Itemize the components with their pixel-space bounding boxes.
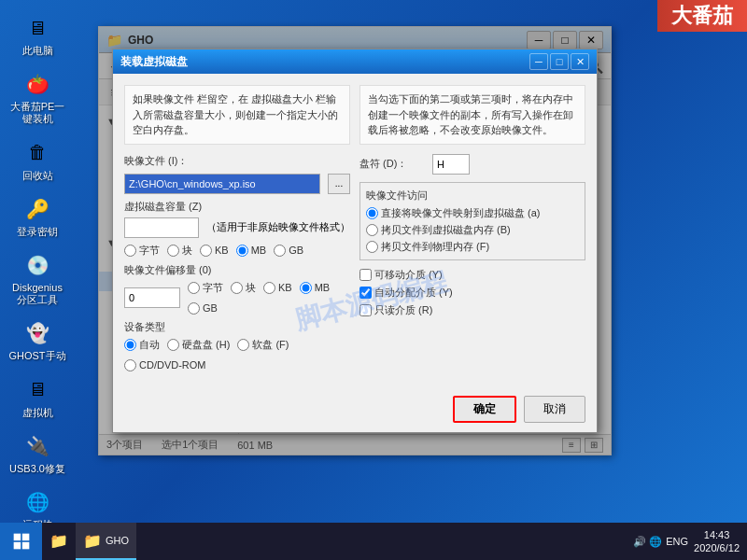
desktop-icon-recycle[interactable]: 🗑 回收站 (4, 134, 71, 186)
offset-byte[interactable]: 字节 (188, 281, 223, 295)
offset-mb[interactable]: MB (300, 281, 331, 295)
desktop-icon-ghost[interactable]: 👻 GHOST手动 (4, 315, 71, 366)
tray-icons: 🔊 🌐 (633, 536, 662, 548)
image-file-input-row: ... (124, 174, 350, 194)
device-auto[interactable]: 自动 (124, 338, 160, 352)
dialog-description2: 当勾选下面的第二项或第三项时，将在内存中创建一个映像文件的副本，所有写入操作在卸… (359, 85, 585, 145)
unit-block[interactable]: 块 (167, 244, 192, 258)
desktop-icon-computer[interactable]: 🖥 此电脑 (4, 9, 71, 61)
svg-rect-2 (13, 542, 21, 550)
extra-options: 可移动介质 (Y) 自动分配介质 (Y) 只读介质 (R) (359, 268, 585, 317)
dialog-close[interactable]: ✕ (571, 53, 589, 70)
browse-button[interactable]: ... (328, 174, 350, 194)
device-hdd[interactable]: 硬盘盘 (H) (167, 338, 230, 352)
svg-rect-3 (21, 542, 29, 550)
dialog-minimize[interactable]: ─ (529, 53, 548, 70)
desktop-icon-diskgenius[interactable]: 💿 Diskgenius分区工具 (4, 246, 71, 310)
disk-size-input[interactable] (124, 217, 199, 238)
device-cdrom[interactable]: CD/DVD-ROM (124, 359, 206, 371)
dialog-controls: ─ □ ✕ (529, 53, 589, 70)
access-options: 直接将映像文件映射到虚拟磁盘 (a) 拷贝文件到虚拟磁盘内存 (B) 拷贝文件到… (366, 206, 579, 254)
dialog-description: 如果映像文件 栏留空，在 虚拟磁盘大小 栏输入所需磁盘容量大小，则创建一个指定大… (124, 85, 350, 145)
size-unit-group: 字节 块 KB MB GB (124, 244, 350, 258)
desktop-icon-usb[interactable]: 🔌 USB3.0修复 (4, 427, 71, 479)
image-access-section: 映像文件访问 直接将映像文件映射到虚拟磁盘 (a) 拷贝文件到虚拟磁盘内存 (B… (359, 182, 585, 260)
desktop-icon-login[interactable]: 🔑 登录密钥 (4, 190, 71, 242)
readonly-check[interactable]: 只读介质 (R) (359, 303, 585, 317)
auto-assign-check[interactable]: 自动分配介质 (Y) (359, 286, 585, 300)
offset-input[interactable] (124, 287, 180, 308)
offset-unit-group: 字节 块 KB MB GB (188, 281, 350, 315)
device-type-section: 设备类型 自动 硬盘盘 (H) 软盘 (F) CD/DVD-ROM (124, 320, 350, 371)
date-display: 2020/6/12 (694, 541, 740, 554)
image-access-label: 映像文件访问 (366, 189, 579, 203)
dialog-right: 当勾选下面的第二项或第三项时，将在内存中创建一个映像文件的副本，所有写入操作在卸… (359, 85, 585, 371)
start-button[interactable] (0, 523, 42, 560)
svg-rect-1 (21, 534, 29, 541)
device-floppy[interactable]: 软盘 (F) (237, 338, 289, 352)
offset-gb[interactable]: GB (188, 302, 218, 315)
dialog-body: 如果映像文件 栏留空，在 虚拟磁盘大小 栏输入所需磁盘容量大小，则创建一个指定大… (113, 74, 597, 390)
image-file-label: 映像文件 (I)： (124, 154, 190, 168)
explorer-window: 📁 GHO ─ □ ✕ ← → ↑ ↺ 📁 此电脑 ▸ 大番茄U盘 (F:) ▸… (98, 26, 612, 455)
dialog-left: 如果映像文件 栏留空，在 虚拟磁盘大小 栏输入所需磁盘容量大小，则创建一个指定大… (124, 85, 350, 371)
dialog-mount-disk: 装载虚拟磁盘 ─ □ ✕ 如果映像文件 栏留空，在 虚拟磁盘大小 栏输入所需磁盘… (112, 49, 598, 433)
device-type-group: 自动 硬盘盘 (H) 软盘 (F) CD/DVD-ROM (124, 338, 350, 371)
taskbar-file-explorer[interactable]: 📁 (42, 523, 76, 560)
taskbar-gho-window[interactable]: 📁 GHO (76, 523, 136, 560)
taskbar-gho-label: GHO (106, 535, 129, 546)
drive-letter-row: 盘符 (D)： (359, 154, 585, 175)
dialog-titlebar: 装载虚拟磁盘 ─ □ ✕ (113, 49, 597, 74)
image-file-row: 映像文件 (I)： (124, 154, 350, 168)
desktop-icon-virtual[interactable]: 🖥 虚拟机 (4, 371, 71, 423)
offset-kb[interactable]: KB (263, 281, 292, 295)
gho-icon: 📁 (83, 531, 102, 550)
offset-label: 映像文件偏移量 (0) (124, 263, 350, 277)
offset-row: 字节 块 KB MB GB (124, 281, 350, 315)
access-direct[interactable]: 直接将映像文件映射到虚拟磁盘 (a) (366, 206, 579, 220)
device-type-label: 设备类型 (124, 320, 350, 334)
unit-byte[interactable]: 字节 (124, 244, 160, 258)
unit-mb[interactable]: MB (236, 244, 267, 258)
taskbar: 📁 📁 GHO 🔊 🌐 ENG 14:43 2020/6/12 (0, 523, 747, 560)
offset-block[interactable]: 块 (231, 281, 256, 295)
dialog-maximize[interactable]: □ (550, 53, 569, 70)
offset-section: 映像文件偏移量 (0) 字节 块 KB MB GB (124, 263, 350, 315)
cancel-button[interactable]: 取消 (524, 396, 585, 423)
taskbar-clock[interactable]: 14:43 2020/6/12 (694, 528, 740, 555)
sys-tray: 🔊 🌐 ENG (633, 536, 688, 548)
svg-rect-0 (13, 534, 21, 541)
windows-icon (12, 532, 31, 551)
removable-check[interactable]: 可移动介质 (Y) (359, 268, 585, 282)
file-explorer-icon: 📁 (49, 531, 68, 550)
taskbar-right: 🔊 🌐 ENG 14:43 2020/6/12 (633, 528, 747, 555)
drive-letter-label: 盘符 (D)： (359, 157, 425, 171)
desktop-icon-daban[interactable]: 🍅 大番茄PE一键装机 (4, 65, 71, 129)
dialog-overlay: 装载虚拟磁盘 ─ □ ✕ 如果映像文件 栏留空，在 虚拟磁盘大小 栏输入所需磁盘… (99, 27, 611, 455)
language-indicator: ENG (666, 536, 688, 547)
desktop: 大番茄 🖥 此电脑 🍅 大番茄PE一键装机 🗑 回收站 🔑 登录密钥 💿 Dis… (0, 0, 747, 560)
drive-letter-input[interactable] (432, 154, 470, 175)
desktop-icon-list: 🖥 此电脑 🍅 大番茄PE一键装机 🗑 回收站 🔑 登录密钥 💿 Diskgen… (0, 0, 75, 560)
unit-kb[interactable]: KB (200, 244, 229, 258)
dialog-footer: 确定 取消 (113, 390, 597, 432)
image-file-input[interactable] (124, 174, 320, 194)
disk-size-label: 虚拟磁盘容量 (Z) (124, 200, 350, 214)
access-copy-physical[interactable]: 拷贝文件到物理内存 (F) (366, 240, 579, 254)
brand-logo: 大番茄 (657, 0, 747, 32)
dialog-title: 装载虚拟磁盘 (120, 54, 529, 70)
disk-size-row: （适用于非原始映像文件格式） (124, 217, 350, 238)
access-copy-virtual[interactable]: 拷贝文件到虚拟磁盘内存 (B) (366, 223, 579, 237)
time-display: 14:43 (694, 528, 740, 541)
ok-button[interactable]: 确定 (453, 396, 516, 423)
unit-gb[interactable]: GB (274, 244, 303, 258)
disk-size-section: 虚拟磁盘容量 (Z) （适用于非原始映像文件格式） 字节 块 KB MB (124, 200, 350, 258)
